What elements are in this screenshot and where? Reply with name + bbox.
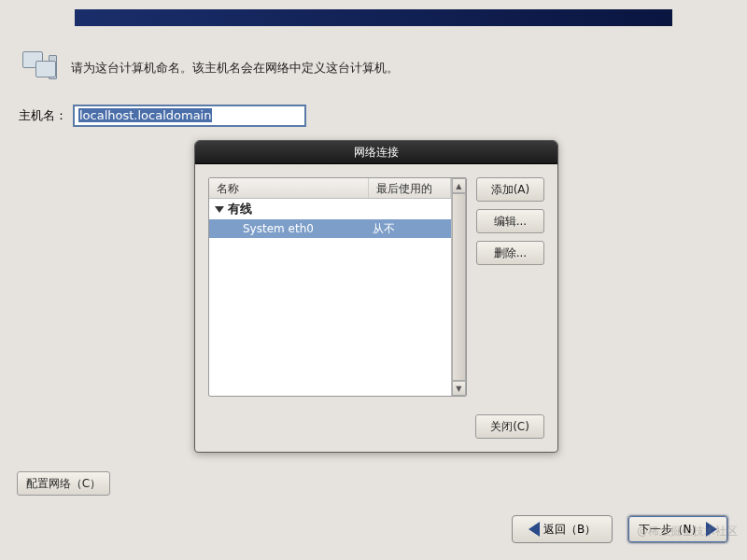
hostname-label: 主机名： — [19, 107, 67, 124]
network-connections-dialog: 网络连接 名称 最后使用的 有线 System eth0 从不 ▲ — [194, 140, 558, 453]
scroll-thumb[interactable] — [452, 193, 466, 381]
arrow-left-icon — [529, 522, 540, 537]
dialog-title: 网络连接 — [195, 141, 557, 164]
col-last-used[interactable]: 最后使用的 — [369, 178, 451, 198]
hostname-value: localhost.localdomain — [78, 108, 212, 122]
description-text: 请为这台计算机命名。该主机名会在网络中定义这台计算机。 — [71, 60, 399, 77]
hostname-input[interactable]: localhost.localdomain — [73, 105, 306, 127]
category-label: 有线 — [228, 201, 252, 217]
connection-row[interactable]: System eth0 从不 — [209, 219, 451, 238]
arrow-right-icon — [706, 522, 717, 537]
delete-button[interactable]: 删除... — [476, 241, 544, 265]
connection-last-used: 从不 — [369, 221, 451, 237]
scrollbar[interactable]: ▲ ▼ — [451, 178, 466, 396]
close-button[interactable]: 关闭(C) — [475, 414, 544, 439]
list-header: 名称 最后使用的 — [209, 178, 451, 199]
expand-triangle-icon — [215, 206, 224, 213]
category-wired[interactable]: 有线 — [209, 199, 451, 219]
next-label: 下一步（N） — [639, 522, 703, 538]
edit-button[interactable]: 编辑... — [476, 209, 544, 233]
add-button[interactable]: 添加(A) — [476, 177, 544, 202]
header-banner — [75, 9, 672, 26]
connection-name: System eth0 — [209, 222, 369, 235]
next-button[interactable]: 下一步（N） — [627, 515, 728, 543]
col-name[interactable]: 名称 — [209, 178, 369, 198]
scroll-down-icon[interactable]: ▼ — [452, 381, 466, 396]
back-button[interactable]: 返回（B） — [512, 515, 613, 543]
configure-network-button[interactable]: 配置网络（C） — [17, 471, 110, 496]
scroll-up-icon[interactable]: ▲ — [452, 178, 466, 193]
connections-list[interactable]: 名称 最后使用的 有线 System eth0 从不 ▲ ▼ — [208, 177, 467, 397]
back-label: 返回（B） — [543, 522, 596, 538]
computer-icon — [22, 51, 60, 85]
